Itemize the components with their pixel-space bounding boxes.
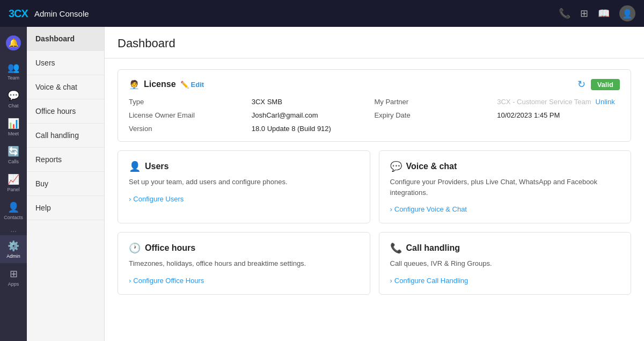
grid-icon[interactable]: ⊞: [580, 8, 588, 19]
calls-icon: 🔄: [8, 146, 19, 157]
book-icon[interactable]: 📖: [598, 8, 610, 19]
team-icon: 👥: [8, 62, 19, 74]
admin-label: Admin: [6, 253, 20, 259]
sidebar-nav-buy[interactable]: Buy: [27, 172, 104, 196]
call-handling-card: 📞 Call handling Call queues, IVR & Ring …: [379, 232, 632, 295]
call-handling-card-desc: Call queues, IVR & Ring Groups.: [390, 258, 620, 269]
owner-label: License Owner Email: [129, 111, 252, 119]
sidebar-nav-voice-chat[interactable]: Voice & chat: [27, 75, 104, 99]
main-layout: 🔔 👥 Team 💬 Chat 📊 Meet 🔄 Calls 📈 Panel 👤…: [0, 27, 644, 341]
expiry-value: 10/02/2023 1:45 PM: [497, 111, 620, 119]
phone-icon[interactable]: 📞: [559, 8, 570, 19]
license-icon: 🧑‍💼: [129, 79, 140, 90]
license-card: 🧑‍💼 License ✏️ Edit ↻ Valid Type 3CX: [118, 69, 631, 142]
sidebar-nav-call-handling[interactable]: Call handling: [27, 124, 104, 148]
unlink-button[interactable]: Unlink: [596, 98, 615, 106]
type-label: Type: [129, 98, 252, 106]
edit-icon: ✏️: [180, 81, 189, 89]
license-status-area: ↻ Valid: [577, 78, 620, 90]
admin-icon: ⚙️: [8, 240, 19, 252]
call-handling-card-title: 📞 Call handling: [390, 242, 620, 254]
version-label: Version: [129, 125, 252, 133]
configure-call-handling-link[interactable]: › Configure Call Handling: [390, 277, 620, 285]
main-content: Dashboard 🧑‍💼 License ✏️ Edit ↻: [105, 27, 644, 341]
users-card-icon: 👤: [129, 161, 141, 172]
team-label: Team: [8, 75, 19, 81]
sidebar-item-calls[interactable]: 🔄 Calls: [0, 141, 27, 169]
app-logo: 3CX: [9, 8, 28, 20]
users-card-title: 👤 Users: [129, 161, 359, 172]
meet-icon: 📊: [8, 118, 19, 129]
page-title: Dashboard: [118, 37, 631, 50]
sidebar-item-notifications[interactable]: 🔔: [0, 29, 27, 57]
user-avatar[interactable]: 👤: [619, 5, 635, 21]
license-title: 🧑‍💼 License ✏️ Edit: [129, 79, 204, 90]
license-header: 🧑‍💼 License ✏️ Edit ↻ Valid: [129, 78, 620, 90]
sidebar-nav-reports[interactable]: Reports: [27, 148, 104, 172]
configure-users-link[interactable]: › Configure Users: [129, 195, 359, 203]
content-header: Dashboard: [105, 27, 644, 59]
sidebar: Dashboard Users Voice & chat Office hour…: [27, 27, 105, 341]
topbar-actions: 📞 ⊞ 📖 👤: [559, 5, 635, 21]
sidebar-nav-office-hours[interactable]: Office hours: [27, 99, 104, 124]
bell-icon: 🔔: [6, 35, 21, 50]
sidebar-item-meet[interactable]: 📊 Meet: [0, 113, 27, 141]
version-value: 18.0 Update 8 (Build 912): [252, 125, 375, 133]
office-hours-card: 🕐 Office hours Timezones, holidays, offi…: [118, 232, 370, 295]
chevron-right-icon: ›: [129, 195, 131, 203]
chevron-right-icon: ›: [390, 205, 392, 213]
sidebar-item-apps[interactable]: ⊞ Apps: [0, 263, 27, 291]
topbar: 3CX Admin Console 📞 ⊞ 📖 👤: [0, 0, 644, 27]
voice-chat-card: 💬 Voice & chat Configure your Providers,…: [379, 150, 632, 223]
sidebar-item-admin[interactable]: ⚙️ Admin: [0, 235, 27, 263]
sidebar-item-team[interactable]: 👥 Team: [0, 57, 27, 85]
partner-label: My Partner: [375, 98, 497, 106]
voice-chat-card-desc: Configure your Providers, plus Live Chat…: [390, 177, 620, 198]
apps-icon: ⊞: [10, 268, 18, 280]
calls-label: Calls: [8, 159, 19, 164]
license-status-badge: Valid: [591, 79, 620, 90]
panel-label: Panel: [7, 187, 19, 192]
sidebar-item-chat[interactable]: 💬 Chat: [0, 85, 27, 113]
contacts-icon: 👤: [8, 201, 19, 213]
meet-label: Meet: [8, 131, 19, 136]
configure-office-hours-link[interactable]: › Configure Office Hours: [129, 277, 359, 285]
users-card: 👤 Users Set up your team, add users and …: [118, 150, 370, 223]
voice-chat-card-icon: 💬: [390, 161, 402, 172]
users-card-desc: Set up your team, add users and configur…: [129, 177, 359, 187]
chat-icon: 💬: [8, 90, 19, 101]
license-refresh-button[interactable]: ↻: [577, 78, 586, 90]
office-hours-card-title: 🕐 Office hours: [129, 242, 359, 254]
voice-chat-card-title: 💬 Voice & chat: [390, 161, 620, 172]
license-edit-button[interactable]: ✏️ Edit: [180, 81, 204, 89]
office-hours-card-desc: Timezones, holidays, office hours and br…: [129, 258, 359, 269]
sidebar-nav-users[interactable]: Users: [27, 51, 104, 75]
dashboard-cards: 👤 Users Set up your team, add users and …: [118, 150, 631, 295]
sidebar-item-panel[interactable]: 📈 Panel: [0, 169, 27, 197]
apps-label: Apps: [8, 281, 19, 287]
owner-value: JoshCarl@gmail.com: [252, 111, 375, 119]
office-hours-card-icon: 🕐: [129, 242, 141, 254]
call-handling-card-icon: 📞: [390, 242, 402, 254]
sidebar-nav-dashboard[interactable]: Dashboard: [27, 27, 104, 51]
rail-dots: ···: [10, 227, 17, 235]
content-body: 🧑‍💼 License ✏️ Edit ↻ Valid Type 3CX: [105, 59, 644, 306]
chevron-right-icon: ›: [129, 277, 131, 285]
chevron-right-icon: ›: [390, 277, 392, 285]
type-value: 3CX SMB: [252, 98, 375, 106]
configure-voice-chat-link[interactable]: › Configure Voice & Chat: [390, 205, 620, 213]
panel-icon: 📈: [8, 173, 19, 185]
partner-value: 3CX - Customer Service Team: [497, 98, 591, 106]
chat-label: Chat: [8, 103, 18, 108]
expiry-label: Expiry Date: [375, 111, 497, 119]
license-details: Type 3CX SMB My Partner 3CX - Customer S…: [129, 98, 620, 133]
sidebar-nav-help[interactable]: Help: [27, 196, 104, 220]
app-title: Admin Console: [34, 9, 559, 18]
icon-rail: 🔔 👥 Team 💬 Chat 📊 Meet 🔄 Calls 📈 Panel 👤…: [0, 27, 27, 341]
sidebar-item-contacts[interactable]: 👤 Contacts: [0, 197, 27, 224]
contacts-label: Contacts: [4, 215, 23, 220]
